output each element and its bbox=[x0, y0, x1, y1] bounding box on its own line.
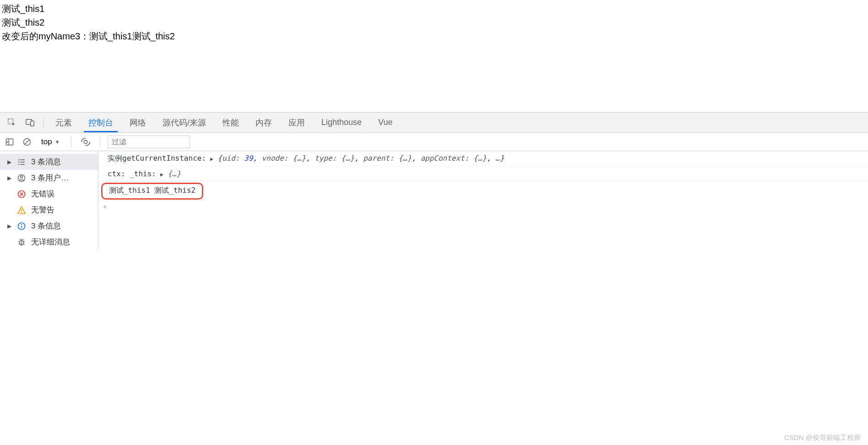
content-line-3: 改变后的myName3：测试_this1测试_this2 bbox=[2, 29, 866, 43]
svg-rect-2 bbox=[31, 121, 34, 126]
list-icon bbox=[16, 157, 27, 167]
expand-arrow-icon: ▶ bbox=[7, 159, 12, 165]
sidebar-item-label: 无警告 bbox=[31, 205, 54, 215]
page-content: 测试_this1 测试_this2 改变后的myName3：测试_this1测试… bbox=[0, 0, 868, 112]
tab-vue[interactable]: Vue bbox=[370, 113, 401, 132]
bug-icon bbox=[16, 237, 27, 247]
warning-icon bbox=[16, 205, 27, 215]
inspect-element-icon[interactable] bbox=[5, 115, 19, 130]
svg-point-20 bbox=[22, 212, 22, 212]
expand-arrow-icon: ▶ bbox=[7, 223, 12, 229]
expand-triangle-icon[interactable]: ▶ bbox=[209, 156, 215, 162]
context-selector[interactable]: top ▼ bbox=[38, 137, 64, 147]
expand-triangle-icon[interactable]: ▶ bbox=[159, 171, 165, 178]
context-label: top bbox=[41, 137, 52, 147]
sidebar-item-warnings[interactable]: 无警告 bbox=[0, 202, 98, 218]
tab-label: 网络 bbox=[130, 117, 146, 128]
console-toolbar: top ▼ bbox=[0, 133, 868, 151]
sidebar-item-label: 3 条用户… bbox=[31, 173, 69, 183]
filter-input[interactable] bbox=[108, 136, 190, 148]
sidebar-item-info[interactable]: ▶ 3 条信息 bbox=[0, 218, 98, 234]
tab-memory[interactable]: 内存 bbox=[247, 113, 280, 132]
tab-performance[interactable]: 性能 bbox=[214, 113, 247, 132]
log-prefix: 实例getCurrentInstance: bbox=[108, 154, 206, 163]
object-preview: {uid: 39, vnode: {…}, type: {…}, parent:… bbox=[217, 154, 504, 163]
log-row[interactable]: 实例getCurrentInstance: ▶ {uid: 39, vnode:… bbox=[98, 151, 868, 167]
svg-line-6 bbox=[25, 139, 30, 144]
sidebar-item-label: 3 条信息 bbox=[31, 221, 61, 231]
tab-application[interactable]: 应用 bbox=[280, 113, 313, 132]
watermark: CSDN @俊哥前端工程师 bbox=[784, 434, 861, 442]
object-preview: {…} bbox=[168, 169, 181, 178]
sidebar-item-label: 无错误 bbox=[31, 189, 54, 199]
devtools-tabs-bar: 元素 控制台 网络 源代码/来源 性能 内存 应用 Lighthouse Vue bbox=[0, 113, 868, 133]
divider bbox=[100, 137, 100, 147]
log-prefix: ctx: _this: bbox=[108, 169, 156, 178]
sidebar-item-label: 无详细消息 bbox=[31, 237, 70, 247]
tab-label: Lighthouse bbox=[321, 118, 362, 127]
tab-label: 内存 bbox=[255, 117, 272, 128]
sidebar-item-users[interactable]: ▶ 3 条用户… bbox=[0, 170, 98, 186]
console-main: ▶ 3 条消息 ▶ bbox=[0, 151, 868, 250]
content-line-2: 测试_this2 bbox=[2, 16, 866, 29]
log-row-highlighted[interactable]: 测试_this1 测试_this2 bbox=[98, 181, 868, 201]
divider bbox=[43, 118, 43, 128]
svg-line-26 bbox=[18, 241, 20, 242]
device-toggle-icon[interactable] bbox=[23, 115, 38, 130]
toggle-sidebar-icon[interactable] bbox=[3, 135, 16, 149]
svg-line-28 bbox=[18, 244, 20, 244]
svg-line-29 bbox=[23, 244, 24, 244]
sidebar-item-verbose[interactable]: 无详细消息 bbox=[0, 234, 98, 250]
console-log-area: 实例getCurrentInstance: ▶ {uid: 39, vnode:… bbox=[98, 151, 868, 250]
sidebar-item-messages[interactable]: ▶ 3 条消息 bbox=[0, 154, 98, 170]
console-sidebar: ▶ 3 条消息 ▶ bbox=[0, 151, 98, 250]
divider bbox=[71, 137, 71, 147]
tab-lighthouse[interactable]: Lighthouse bbox=[313, 113, 370, 132]
chevron-down-icon: ▼ bbox=[55, 139, 60, 145]
tab-label: 控制台 bbox=[88, 117, 113, 128]
highlight-annotation: 测试_this1 测试_this2 bbox=[101, 183, 203, 200]
tab-label: 源代码/来源 bbox=[163, 117, 206, 128]
tab-label: 元素 bbox=[55, 117, 72, 128]
log-row[interactable]: ctx: _this: ▶ {…} bbox=[98, 167, 868, 181]
tab-elements[interactable]: 元素 bbox=[47, 113, 80, 132]
info-icon bbox=[16, 221, 27, 231]
prompt-caret-icon: › bbox=[103, 203, 107, 210]
tab-console[interactable]: 控制台 bbox=[80, 113, 121, 132]
content-line-1: 测试_this1 bbox=[2, 2, 866, 16]
svg-point-23 bbox=[22, 224, 22, 224]
tab-label: 应用 bbox=[288, 117, 305, 128]
svg-point-7 bbox=[84, 140, 87, 143]
tab-label: 性能 bbox=[222, 117, 239, 128]
tab-network[interactable]: 网络 bbox=[121, 113, 154, 132]
devtools-tabs: 元素 控制台 网络 源代码/来源 性能 内存 应用 Lighthouse Vue bbox=[47, 113, 401, 132]
user-icon bbox=[16, 173, 27, 183]
tab-label: Vue bbox=[378, 118, 392, 127]
log-text: 测试_this1 测试_this2 bbox=[109, 186, 195, 195]
expand-arrow-icon: ▶ bbox=[7, 175, 12, 181]
sidebar-item-label: 3 条消息 bbox=[31, 157, 61, 167]
error-icon bbox=[16, 189, 27, 199]
console-prompt[interactable]: › bbox=[98, 201, 868, 212]
devtools-panel: 元素 控制台 网络 源代码/来源 性能 内存 应用 Lighthouse Vue bbox=[0, 112, 868, 250]
sidebar-item-errors[interactable]: 无错误 bbox=[0, 186, 98, 202]
tab-sources[interactable]: 源代码/来源 bbox=[154, 113, 214, 132]
svg-line-27 bbox=[23, 241, 24, 242]
clear-console-icon[interactable] bbox=[20, 135, 34, 149]
svg-point-15 bbox=[21, 176, 23, 178]
live-expression-icon[interactable] bbox=[79, 135, 92, 149]
